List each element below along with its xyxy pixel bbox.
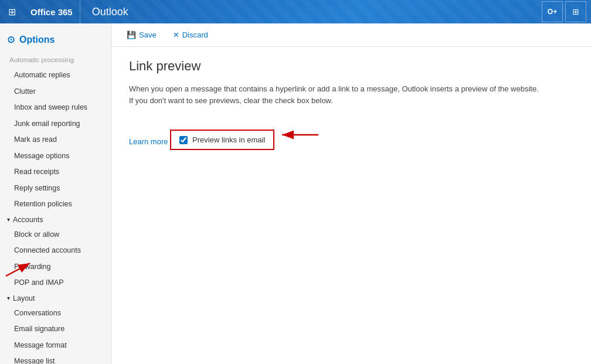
discard-label: Discard xyxy=(182,30,208,39)
sidebar-item-conversations[interactable]: Conversations xyxy=(0,305,111,322)
main-layout: ⊙ Options Automatic processing Automatic… xyxy=(0,23,591,364)
accounts-collapse-icon: ▾ xyxy=(7,216,10,223)
sidebar-item-junk-email[interactable]: Junk email reporting xyxy=(0,116,111,132)
grid-icon[interactable]: ⊞ xyxy=(565,1,586,22)
content-area: 💾 Save ✕ Discard Link preview When you o… xyxy=(111,23,591,364)
sidebar-item-pop-imap[interactable]: POP and IMAP xyxy=(0,275,111,291)
sidebar-item-message-options[interactable]: Message options xyxy=(0,148,111,165)
sidebar-item-message-list[interactable]: Message list xyxy=(0,353,111,364)
app-name: Outlook xyxy=(80,6,140,18)
sidebar-item-clutter[interactable]: Clutter xyxy=(0,84,111,100)
layout-section-label: Layout xyxy=(13,294,35,302)
sidebar-item-connected-accounts[interactable]: Connected accounts xyxy=(0,243,111,259)
learn-more-link[interactable]: Learn more xyxy=(129,137,168,146)
page-title: Link preview xyxy=(129,59,573,74)
options-label: Options xyxy=(19,35,55,45)
top-bar: ⊞ Office 365 Outlook O+ ⊞ xyxy=(0,0,591,23)
red-arrow-annotation xyxy=(277,126,321,144)
sidebar-item-mark-as-read[interactable]: Mark as read xyxy=(0,132,111,148)
description-text: When you open a message that contains a … xyxy=(129,83,539,106)
preview-links-checkbox-area[interactable]: Preview links in email xyxy=(170,130,274,150)
discard-button[interactable]: ✕ Discard xyxy=(169,28,212,42)
sidebar-item-retention-policies[interactable]: Retention policies xyxy=(0,196,111,213)
checkbox-label: Preview links in email xyxy=(192,135,265,144)
top-bar-icons: O+ ⊞ xyxy=(539,1,591,22)
sidebar-item-read-receipts[interactable]: Read receipts xyxy=(0,164,111,181)
sidebar-item-email-signature[interactable]: Email signature xyxy=(0,321,111,338)
layout-collapse-icon: ▾ xyxy=(7,295,10,301)
sidebar-item-message-format[interactable]: Message format xyxy=(0,338,111,354)
preview-links-checkbox[interactable] xyxy=(179,136,188,144)
waffle-icon[interactable]: ⊞ xyxy=(0,0,23,23)
sidebar: ⊙ Options Automatic processing Automatic… xyxy=(0,23,111,364)
back-arrow-icon: ⊙ xyxy=(7,34,15,45)
accounts-section-label: Accounts xyxy=(13,216,43,224)
options-header[interactable]: ⊙ Options xyxy=(0,28,111,52)
brand-area[interactable]: Office 365 xyxy=(23,0,80,23)
brand-text: Office 365 xyxy=(30,7,73,17)
sidebar-item-forwarding[interactable]: Forwarding xyxy=(0,259,111,275)
page-wrapper: ⊞ Office 365 Outlook O+ ⊞ ⊙ Options Auto… xyxy=(0,0,591,364)
outlook-icon[interactable]: O+ xyxy=(542,1,563,22)
save-icon: 💾 xyxy=(127,30,136,39)
sidebar-item-reply-settings[interactable]: Reply settings xyxy=(0,181,111,197)
accounts-section-header[interactable]: ▾ Accounts xyxy=(0,213,111,227)
sidebar-item-automatic-replies[interactable]: Automatic replies xyxy=(0,67,111,84)
toolbar: 💾 Save ✕ Discard xyxy=(111,23,591,47)
save-button[interactable]: 💾 Save xyxy=(123,28,160,42)
sidebar-item-automatic-processing[interactable]: Automatic processing xyxy=(0,52,111,67)
sidebar-item-inbox-sweep[interactable]: Inbox and sweep rules xyxy=(0,100,111,116)
sidebar-item-block-allow[interactable]: Block or allow xyxy=(0,227,111,243)
discard-icon: ✕ xyxy=(173,30,179,39)
layout-section-header[interactable]: ▾ Layout xyxy=(0,291,111,305)
save-label: Save xyxy=(139,30,157,39)
content-body: Link preview When you open a message tha… xyxy=(111,47,591,162)
